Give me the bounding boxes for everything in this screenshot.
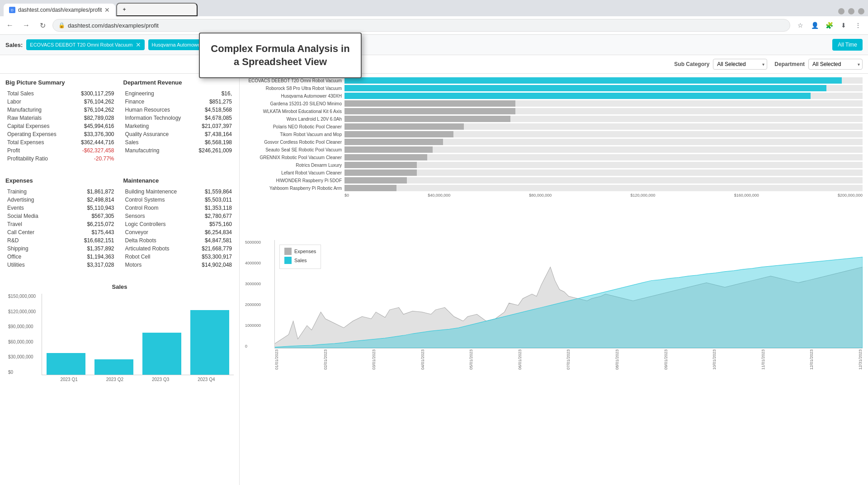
table-row: Motors$14,902,048 [123,261,234,269]
bar-fill [344,185,396,191]
row-value: $300,117,259 [71,89,116,98]
minimize-button[interactable] [838,8,844,14]
sales-label: Sales: [5,42,23,48]
extension-icon[interactable]: 🧩 [823,19,835,32]
row-label: Quality Assurance [123,130,192,138]
bar-fill [344,146,433,153]
row-label: Human Resources [123,106,192,114]
sales-legend-label: Sales [294,258,307,263]
row-label: Information Technology [123,114,192,122]
row-value: $2,780,677 [192,212,234,220]
row-value: $76,104,262 [71,98,116,106]
expenses-section: Expenses Training$1,861,872Advertising$2… [5,177,116,276]
ts-y-label: 4000000 [245,261,261,265]
department-select[interactable]: All Selected [808,59,863,70]
tab-close-button[interactable]: ✕ [104,6,110,14]
bar-track [344,123,863,130]
row-label: Building Maintenence [123,188,192,196]
bar-row: Polaris NEO Robotic Pool Cleaner [245,123,863,130]
ts-x-label: 02/01/2023 [323,349,328,370]
ts-x-label: 07/01/2023 [566,349,571,370]
row-label: Events [5,204,61,212]
bar-chart-section: ECOVACS DEEBOT T20 Omni Robot VacuumRobo… [240,74,868,236]
row-value: -20.77% [71,155,116,163]
row-label: Logic Controllers [123,220,192,228]
table-row: Call Center$175,443 [5,228,116,236]
new-tab-button[interactable]: + [116,3,198,16]
ts-x-label: 12/01/2023 [809,349,814,370]
expenses-legend-label: Expenses [294,249,316,254]
settings-icon[interactable]: ⋮ [852,19,864,32]
chart-y-label: $150,000,000 [8,294,36,299]
right-panel: ECOVACS DEEBOT T20 Omni Robot VacuumRobo… [240,74,868,485]
bookmark-icon[interactable]: ☆ [794,19,807,32]
row-value: $5,110,943 [61,204,116,212]
department-filter-group: Department All Selected [774,59,863,70]
bar-fill [344,139,443,145]
subcategory-select[interactable]: All Selected [713,59,767,70]
sales-chart-section: Sales $150,000,000$120,000,000$90,000,00… [5,283,234,384]
browser-chrome: D dashtest.com/dash/examples/profit ✕ + [0,0,868,16]
bar-track [344,93,863,99]
row-label: Manufacutring [123,146,192,155]
bar-fill [344,170,417,176]
sales-filter-bar: Sales: ECOVACS DEEBOT T20 Omni Robot Vac… [0,35,868,55]
row-value: $1,194,363 [61,253,116,261]
row-label: Engineering [123,89,192,98]
table-row: Total Expenses$362,444,716 [5,138,116,146]
table-row: Information Technology$4,678,085 [123,114,234,122]
row-label: Capital Expenses [5,122,71,130]
row-value: $2,498,814 [61,196,116,204]
table-row: Articulated Robots$21,668,779 [123,245,234,253]
table-row: Building Maintenence$1,559,864 [123,188,234,196]
legend-sales: Sales [284,257,316,264]
address-bar[interactable]: 🔒 dashtest.com/dash/examples/profit [52,19,790,32]
bar-fill [344,131,453,137]
row-label: Manufacturing [5,106,71,114]
forward-button[interactable]: → [20,19,33,32]
subcategory-select-wrapper: All Selected [713,59,767,70]
close-button[interactable] [858,8,864,14]
download-icon[interactable]: ⬇ [837,19,850,32]
time-range-button[interactable]: All Time [832,39,863,51]
bar-label: Husqvarna Automower 430XH [245,94,344,99]
bar-x-label: $200,000,000 [838,193,863,198]
bar-row: Roborock S8 Pro Ultra Robot Vacuum [245,85,863,91]
bar-label: Tikom Robot Vacuum and Mop [245,132,344,137]
left-panel: Big Picture Summary Total Sales$300,117,… [0,74,240,485]
table-row: Finance$851,275 [123,98,234,106]
row-label: Labor [5,98,71,106]
ts-y-labels: 500000040000003000000200000010000000 [245,240,261,348]
row-label: Total Expenses [5,138,71,146]
table-row: Sales$6,568,198 [123,138,234,146]
bar-x-label: $120,000,000 [631,193,656,198]
active-tab[interactable]: D dashtest.com/dash/examples/profit ✕ [4,4,115,16]
profile-icon[interactable]: 👤 [808,19,821,32]
maximize-button[interactable] [848,8,854,14]
filter-tag-label: ECOVACS DEEBOT T20 Omni Robot Vacuum [30,42,132,47]
back-button[interactable]: ← [4,19,16,32]
department-select-wrapper: All Selected [808,59,863,70]
table-row: Training$1,861,872 [5,188,116,196]
bar-fill [344,93,811,99]
row-label: Profit [5,146,71,155]
time-series-svg [275,240,863,348]
bar-chart-area: ECOVACS DEEBOT T20 Omni Robot VacuumRobo… [245,77,863,198]
filter-tag-ecovacs[interactable]: ECOVACS DEEBOT T20 Omni Robot Vacuum ✕ [26,39,144,50]
row-label: Articulated Robots [123,245,192,253]
ts-x-label: 11/01/2023 [761,349,765,370]
bar-track [344,108,863,114]
legend-expenses: Expenses [284,248,316,255]
reload-button[interactable]: ↻ [36,19,49,32]
table-row: Conveyor$6,254,834 [123,228,234,236]
row-label: Delta Robots [123,236,192,245]
table-row: Total Sales$300,117,259 [5,89,116,98]
chart-bar [47,353,85,375]
bar-row: Gosvor Cordless Robotic Pool Cleaner [245,139,863,145]
ts-y-label: 5000000 [245,240,261,245]
chart-y-label: $90,000,000 [8,324,36,329]
filter-tag-close-ecovacs[interactable]: ✕ [136,41,141,48]
row-value: $5,503,011 [192,196,234,204]
maintenance-title: Maintenance [123,177,234,184]
modal-overlay: Complex Formula Analysis in a Spreadshee… [199,33,362,78]
